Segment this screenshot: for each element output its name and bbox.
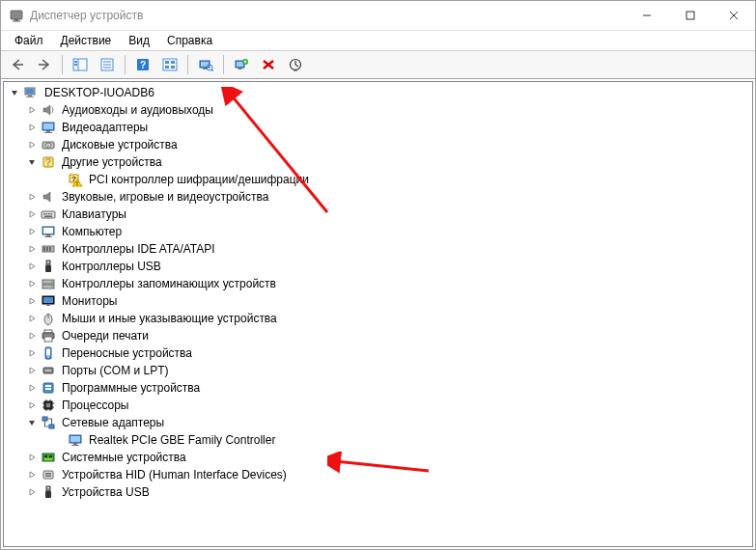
usb-icon: [41, 259, 56, 274]
svg-rect-112: [45, 473, 51, 475]
svg-rect-60: [46, 234, 50, 236]
tree-category-6[interactable]: Компьютер: [4, 223, 752, 240]
tree-device-3-0[interactable]: ?!PCI контроллер шифрации/дешифрации: [4, 171, 752, 188]
device-manager-window: Диспетчер устройств Файл Действие Вид Сп…: [0, 0, 756, 550]
tree-category-15[interactable]: Программные устройства: [4, 379, 752, 397]
minimize-button[interactable]: [625, 1, 668, 30]
expander-icon[interactable]: [25, 190, 39, 204]
back-button[interactable]: [5, 53, 30, 76]
tree-device-17-0[interactable]: Realtek PCIe GBE Family Controller: [4, 431, 752, 449]
svg-rect-61: [44, 236, 52, 237]
warning-icon: ?!: [68, 172, 83, 187]
tree-category-20[interactable]: Устройства USB: [4, 483, 752, 501]
svg-rect-10: [74, 64, 77, 66]
tree-category-9[interactable]: Контроллеры запоминающих устройств: [4, 275, 752, 292]
svg-rect-38: [28, 95, 32, 96]
svg-rect-42: [46, 130, 50, 132]
close-button[interactable]: [712, 1, 755, 30]
properties-button[interactable]: [95, 53, 120, 76]
tree-category-2[interactable]: Дисковые устройства: [4, 136, 752, 153]
maximize-button[interactable]: [668, 1, 712, 30]
expander-icon[interactable]: [25, 468, 39, 481]
tree-category-11[interactable]: Мыши и иные указывающие устройства: [4, 310, 752, 327]
tree-node-label: Переносные устройства: [60, 345, 194, 361]
tree-category-17[interactable]: Сетевые адаптеры: [4, 414, 752, 431]
svg-rect-24: [203, 68, 207, 69]
expander-icon[interactable]: [25, 312, 39, 325]
forward-button[interactable]: [32, 53, 57, 76]
expander-icon[interactable]: [25, 242, 39, 256]
menu-file[interactable]: Файл: [7, 32, 51, 49]
tree-category-8[interactable]: Контроллеры USB: [4, 258, 752, 275]
menubar: Файл Действие Вид Справка: [1, 31, 755, 50]
add-legacy-hardware-button[interactable]: [229, 53, 254, 76]
svg-point-87: [49, 370, 51, 371]
tree-node-label: Клавиатуры: [60, 206, 128, 222]
svg-rect-4: [686, 12, 694, 19]
tree-category-16[interactable]: Процессоры: [4, 397, 752, 414]
expander-icon[interactable]: [25, 138, 39, 151]
sound-icon: [41, 189, 56, 205]
monitor-icon: [41, 293, 56, 309]
scan-hardware-button[interactable]: [193, 53, 218, 76]
svg-rect-80: [44, 337, 52, 342]
expander-icon[interactable]: [25, 207, 39, 221]
tree-node-label: Системные устройства: [60, 450, 188, 465]
svg-rect-108: [44, 455, 47, 457]
expander-icon[interactable]: [25, 103, 39, 117]
tree-category-12[interactable]: Очереди печати: [4, 327, 752, 344]
expander-icon[interactable]: [25, 225, 39, 238]
action-button[interactable]: [157, 53, 182, 76]
show-hide-console-tree-button[interactable]: [68, 53, 93, 76]
expander-icon[interactable]: [25, 381, 39, 395]
expander-icon[interactable]: [25, 329, 39, 343]
tree-category-1[interactable]: Видеоадаптеры: [4, 119, 752, 136]
window-title: Диспетчер устройств: [30, 9, 625, 22]
update-driver-button[interactable]: [283, 53, 308, 76]
menu-view[interactable]: Вид: [121, 32, 157, 49]
toolbar-separator: [187, 55, 188, 74]
svg-rect-57: [44, 216, 52, 218]
menu-help[interactable]: Справка: [159, 32, 220, 49]
tree-category-13[interactable]: Переносные устройства: [4, 344, 752, 362]
svg-rect-20: [165, 66, 169, 69]
expander-icon[interactable]: [25, 364, 39, 377]
tree-category-5[interactable]: Клавиатуры: [4, 206, 752, 223]
system-icon: [41, 450, 56, 465]
svg-rect-113: [45, 476, 51, 478]
tree-root[interactable]: DESKTOP-IUOADB6: [4, 84, 752, 101]
svg-point-83: [47, 356, 49, 358]
expander-icon[interactable]: [25, 485, 39, 499]
expander-icon[interactable]: [25, 294, 39, 308]
expander-icon[interactable]: [25, 121, 39, 134]
expander-icon[interactable]: [25, 346, 39, 360]
tree-category-14[interactable]: Порты (COM и LPT): [4, 362, 752, 379]
expander-icon[interactable]: [25, 399, 39, 412]
svg-rect-55: [48, 213, 50, 215]
tree-category-18[interactable]: Системные устройства: [4, 449, 752, 466]
svg-rect-17: [163, 59, 177, 70]
tree-node-label: Мониторы: [60, 293, 119, 309]
expander-icon[interactable]: [8, 86, 21, 99]
expander-icon[interactable]: [25, 155, 39, 169]
help-button[interactable]: ?: [130, 53, 155, 76]
tree-category-4[interactable]: Звуковые, игровые и видеоустройства: [4, 188, 752, 206]
toolbar-separator: [223, 55, 224, 74]
uninstall-button[interactable]: [256, 53, 281, 76]
tree-category-19[interactable]: Устройства HID (Human Interface Devices): [4, 466, 752, 483]
svg-rect-39: [26, 96, 34, 97]
expander-icon[interactable]: [25, 416, 39, 429]
svg-rect-116: [47, 487, 49, 488]
tree-category-10[interactable]: Мониторы: [4, 292, 752, 310]
tree-category-3[interactable]: ?Другие устройства: [4, 153, 752, 171]
device-tree[interactable]: DESKTOP-IUOADB6Аудиовходы и аудиовыходыВ…: [3, 81, 753, 547]
menu-action[interactable]: Действие: [53, 32, 120, 49]
tree-node-label: Процессоры: [60, 398, 131, 413]
expander-icon[interactable]: [25, 451, 39, 464]
svg-rect-37: [26, 89, 34, 94]
expander-icon[interactable]: [25, 260, 39, 273]
tree-category-7[interactable]: Контроллеры IDE ATA/ATAPI: [4, 240, 752, 258]
tree-node-label: Контроллеры IDE ATA/ATAPI: [60, 241, 217, 257]
tree-category-0[interactable]: Аудиовходы и аудиовыходы: [4, 101, 752, 119]
expander-icon[interactable]: [25, 277, 39, 290]
